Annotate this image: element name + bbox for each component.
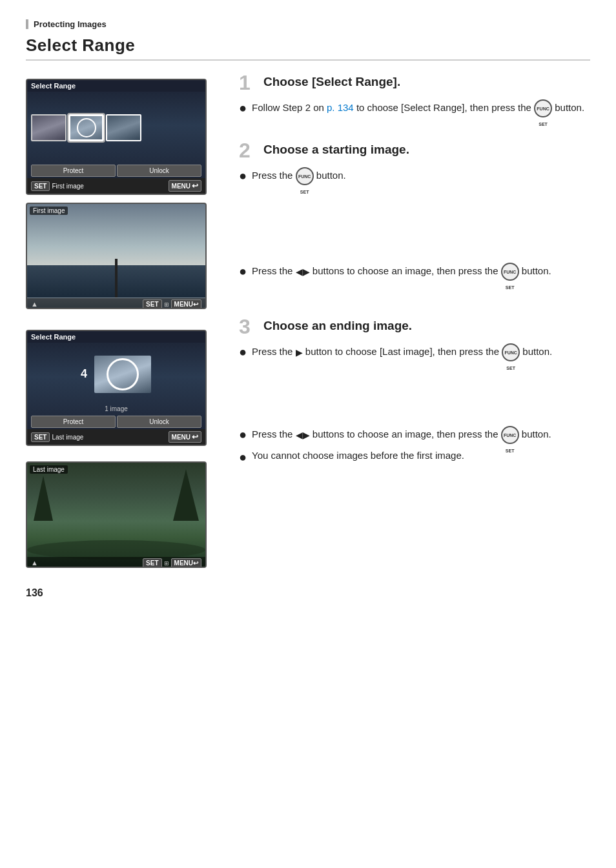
bullet-dot: ● (239, 168, 247, 183)
step1-title: Choose [Select Range]. (263, 72, 400, 90)
step3-number: 3 (239, 316, 257, 337)
arrow-lr-icon: ◀▶ (296, 265, 310, 279)
screen1-footer-left: SET First image (31, 181, 84, 191)
step2-number: 2 (239, 140, 257, 161)
breadcrumb: Protecting Images (26, 19, 590, 29)
bullet-dot: ● (239, 100, 247, 116)
step1-bullet1: Follow Step 2 on p. 134 to choose [Selec… (252, 99, 584, 117)
screen3-image-count: 1 image (27, 405, 205, 414)
arrow-r-icon: ▶ (296, 346, 303, 359)
func-set-btn-5: FUNCSET (501, 426, 519, 444)
bullet-dot: ● (239, 263, 247, 279)
screen2: First image ▲ SET ⊞ MENU↩ (26, 203, 207, 309)
step3-bullet1: Press the ▶ button to choose [Last image… (252, 343, 552, 361)
screen3-count: 4 (81, 367, 87, 381)
screen3-protect: Protect (31, 416, 116, 428)
step3-sub-bullet2: You cannot choose images before the firs… (252, 449, 464, 463)
thumb3 (106, 114, 141, 141)
screen3: Select Range 4 1 image Protect Unlock (26, 330, 207, 446)
step1-bullets: ● Follow Step 2 on p. 134 to choose [Sel… (239, 99, 590, 117)
step3-title: Choose an ending image. (263, 316, 412, 334)
bullet-dot: ● (239, 427, 247, 442)
screen1-menu-btn: MENU↩ (169, 180, 201, 192)
bullet-dot: ● (239, 449, 247, 465)
step2-bullets: ● Press the FUNCSET button. (239, 167, 590, 185)
step2-block: 2 Choose a starting image. ● Press the F… (239, 140, 590, 285)
link-p134[interactable]: p. 134 (327, 102, 354, 113)
screen2-label: First image (30, 207, 68, 215)
step3-sub-bullet1: Press the ◀▶ buttons to choose an image,… (252, 426, 551, 444)
screen3-menu-btn: MENU↩ (169, 431, 201, 443)
screen3-footer-left: SET Last image (31, 432, 83, 442)
step1-block: 1 Choose [Select Range]. ● Follow Step 2… (239, 72, 590, 122)
bullet-dot: ● (239, 344, 247, 359)
step2-title: Choose a starting image. (263, 140, 409, 157)
screen1-title: Select Range (27, 80, 205, 92)
steps-column: 1 Choose [Select Range]. ● Follow Step 2… (220, 72, 590, 568)
step3-bullets: ● Press the ▶ button to choose [Last ima… (239, 343, 590, 361)
step2-sub-bullets: ● Press the ◀▶ buttons to choose an imag… (239, 263, 590, 281)
screen4: Last image ▲ SET ⊞ MENU↩ (26, 461, 207, 568)
protect-btn: Protect (31, 165, 116, 177)
images-column: Select Range (26, 72, 220, 568)
func-set-btn-4: FUNCSET (502, 343, 520, 361)
screen3-title: Select Range (27, 331, 205, 343)
section-title: Select Range (26, 35, 590, 61)
step2-sub-bullet1: Press the ◀▶ buttons to choose an image,… (252, 263, 551, 281)
screen3-unlock: Unlock (117, 416, 201, 428)
unlock-btn: Unlock (117, 165, 201, 177)
screen4-label: Last image (30, 465, 68, 474)
screen1: Select Range (26, 79, 207, 195)
func-set-btn-2: FUNCSET (296, 167, 314, 185)
func-set-btn-3: FUNCSET (501, 263, 519, 281)
screen4-footer: ▲ SET ⊞ MENU↩ (27, 557, 205, 568)
step1-number: 1 (239, 72, 257, 93)
step3-block: 3 Choose an ending image. ● Press the ▶ … (239, 316, 590, 469)
step3-sub-bullets: ● Press the ◀▶ buttons to choose an imag… (239, 426, 590, 465)
page-number: 136 (26, 587, 590, 599)
arrow-lr-icon-2: ◀▶ (296, 429, 310, 442)
thumb1 (31, 114, 67, 141)
screen2-footer: ▲ SET ⊞ MENU↩ (27, 298, 205, 309)
func-set-btn-1: FUNCSET (534, 99, 552, 117)
thumb2 (68, 114, 104, 141)
step2-bullet1: Press the FUNCSET button. (252, 167, 346, 185)
